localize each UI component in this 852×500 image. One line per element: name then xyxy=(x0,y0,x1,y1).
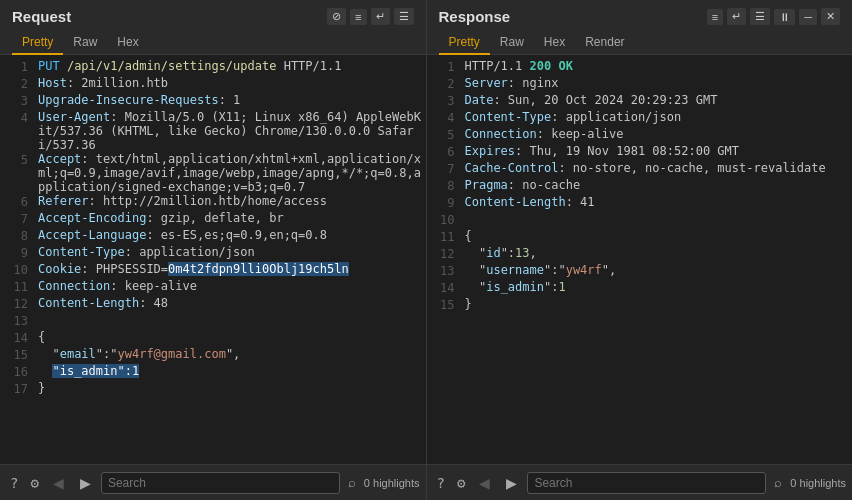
table-row: 2 Server: nginx xyxy=(427,76,853,93)
tab-raw-request[interactable]: Raw xyxy=(63,31,107,55)
table-row: 3 Date: Sun, 20 Oct 2024 20:29:23 GMT xyxy=(427,93,853,110)
table-row: 9 Content-Type: application/json xyxy=(0,245,426,262)
table-row: 11 Connection: keep-alive xyxy=(0,279,426,296)
response-toolbar: ≡ ↵ ☰ ⏸ ─ ✕ xyxy=(707,8,840,25)
request-bottom-bar: ? ⚙ ◀ ▶ ⌕ 0 highlights xyxy=(0,464,426,500)
search-button-response[interactable]: ⌕ xyxy=(770,473,786,492)
forward-button-request[interactable]: ▶ xyxy=(74,472,97,494)
table-row: 13 "username":"yw4rf", xyxy=(427,263,853,280)
back-button-response[interactable]: ◀ xyxy=(473,472,496,494)
table-row: 7 Accept-Encoding: gzip, deflate, br xyxy=(0,211,426,228)
table-row: 3 Upgrade-Insecure-Requests: 1 xyxy=(0,93,426,110)
wrap-icon-response[interactable]: ↵ xyxy=(727,8,746,25)
settings-icon-request[interactable]: ⚙ xyxy=(26,473,42,493)
back-button-request[interactable]: ◀ xyxy=(47,472,70,494)
tab-pretty-request[interactable]: Pretty xyxy=(12,31,63,55)
tab-hex-request[interactable]: Hex xyxy=(107,31,148,55)
request-panel: Request ⊘ ≡ ↵ ☰ Pretty Raw Hex 1 PUT /ap… xyxy=(0,0,427,500)
menu-icon-response[interactable]: ☰ xyxy=(750,8,770,25)
tab-raw-response[interactable]: Raw xyxy=(490,31,534,55)
search-button-request[interactable]: ⌕ xyxy=(344,473,360,492)
table-row: 17 } xyxy=(0,381,426,398)
table-row: 7 Cache-Control: no-store, no-cache, mus… xyxy=(427,161,853,178)
response-header: Response ≡ ↵ ☰ ⏸ ─ ✕ Pretty Raw Hex Rend… xyxy=(427,0,853,55)
table-row: 13 xyxy=(0,313,426,330)
request-title: Request xyxy=(12,8,71,25)
table-row: 10 xyxy=(427,212,853,229)
table-row: 6 Referer: http://2million.htb/home/acce… xyxy=(0,194,426,211)
highlight-icon[interactable]: ≡ xyxy=(350,9,366,25)
request-tabs: Pretty Raw Hex xyxy=(12,31,414,54)
table-row: 15 "email":"yw4rf@gmail.com", xyxy=(0,347,426,364)
table-row: 12 "id":13, xyxy=(427,246,853,263)
table-row: 8 Accept-Language: es-ES,es;q=0.9,en;q=0… xyxy=(0,228,426,245)
table-row: 4 User-Agent: Mozilla/5.0 (X11; Linux x8… xyxy=(0,110,426,152)
highlight-icon-response[interactable]: ≡ xyxy=(707,9,723,25)
response-tabs: Pretty Raw Hex Render xyxy=(439,31,841,54)
forward-button-response[interactable]: ▶ xyxy=(500,472,523,494)
table-row: 10 Cookie: PHPSESSID=0m4t2fdpn9lli0Oblj1… xyxy=(0,262,426,279)
help-icon-response[interactable]: ? xyxy=(433,473,449,493)
table-row: 14 { xyxy=(0,330,426,347)
close-icon[interactable]: ✕ xyxy=(821,8,840,25)
menu-icon[interactable]: ☰ xyxy=(394,8,414,25)
settings-icon-response[interactable]: ⚙ xyxy=(453,473,469,493)
tab-render-response[interactable]: Render xyxy=(575,31,634,55)
request-toolbar: ⊘ ≡ ↵ ☰ xyxy=(327,8,413,25)
table-row: 4 Content-Type: application/json xyxy=(427,110,853,127)
table-row: 16 "is_admin":1 xyxy=(0,364,426,381)
table-row: 8 Pragma: no-cache xyxy=(427,178,853,195)
request-content: 1 PUT /api/v1/admin/settings/update HTTP… xyxy=(0,55,426,464)
table-row: 2 Host: 2million.htb xyxy=(0,76,426,93)
response-bottom-bar: ? ⚙ ◀ ▶ ⌕ 0 highlights xyxy=(427,464,853,500)
minus-icon[interactable]: ─ xyxy=(799,9,817,25)
tab-hex-response[interactable]: Hex xyxy=(534,31,575,55)
table-row: 15 } xyxy=(427,297,853,314)
table-row: 5 Accept: text/html,application/xhtml+xm… xyxy=(0,152,426,194)
response-panel: Response ≡ ↵ ☰ ⏸ ─ ✕ Pretty Raw Hex Rend… xyxy=(427,0,853,500)
table-row: 1 PUT /api/v1/admin/settings/update HTTP… xyxy=(0,59,426,76)
highlights-count-request: 0 highlights xyxy=(364,477,420,489)
tab-pretty-response[interactable]: Pretty xyxy=(439,31,490,55)
search-input-response[interactable] xyxy=(527,472,766,494)
table-row: 14 "is_admin":1 xyxy=(427,280,853,297)
no-intercept-icon[interactable]: ⊘ xyxy=(327,8,346,25)
response-title: Response xyxy=(439,8,511,25)
search-input-request[interactable] xyxy=(101,472,340,494)
request-header: Request ⊘ ≡ ↵ ☰ Pretty Raw Hex xyxy=(0,0,426,55)
table-row: 6 Expires: Thu, 19 Nov 1981 08:52:00 GMT xyxy=(427,144,853,161)
table-row: 9 Content-Length: 41 xyxy=(427,195,853,212)
highlights-count-response: 0 highlights xyxy=(790,477,846,489)
table-row: 1 HTTP/1.1 200 OK xyxy=(427,59,853,76)
wrap-icon[interactable]: ↵ xyxy=(371,8,390,25)
table-row: 5 Connection: keep-alive xyxy=(427,127,853,144)
response-content: 1 HTTP/1.1 200 OK 2 Server: nginx 3 Date… xyxy=(427,55,853,464)
table-row: 11 { xyxy=(427,229,853,246)
table-row: 12 Content-Length: 48 xyxy=(0,296,426,313)
request-bottom: ? ⚙ ◀ ▶ ⌕ 0 highlights xyxy=(0,465,426,500)
pause-icon[interactable]: ⏸ xyxy=(774,9,795,25)
help-icon-request[interactable]: ? xyxy=(6,473,22,493)
response-bottom: ? ⚙ ◀ ▶ ⌕ 0 highlights xyxy=(427,465,853,500)
